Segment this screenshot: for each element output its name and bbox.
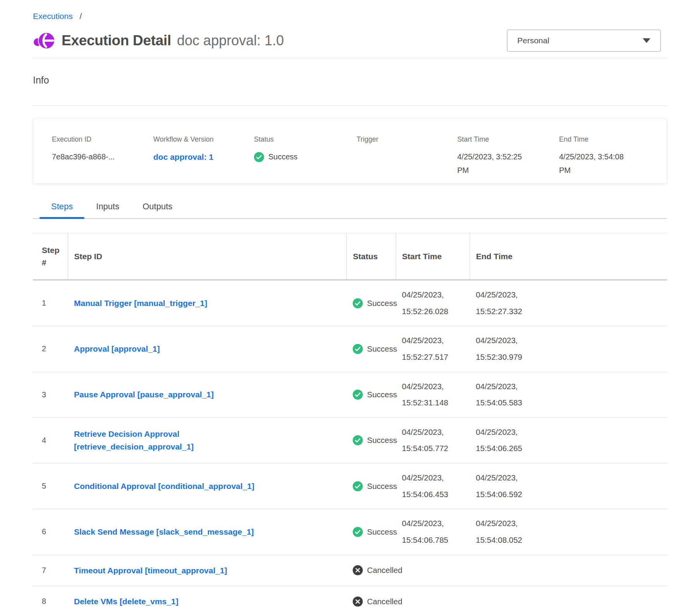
info-field: End Time 4/25/2023, 3:54:08 PM bbox=[559, 135, 630, 183]
workspace-dropdown-value: Personal bbox=[517, 36, 549, 45]
start-date-text: 04/25/2023, bbox=[402, 378, 466, 395]
start-time-text: 15:54:06.453 bbox=[402, 486, 466, 503]
check-circle-icon bbox=[353, 481, 363, 491]
step-id-cell: Conditional Approval [conditional_approv… bbox=[68, 463, 347, 509]
info-field-label: Trigger bbox=[357, 135, 457, 144]
start-time-cell bbox=[396, 586, 470, 612]
status-cell: Success bbox=[347, 509, 396, 555]
start-time-text: 15:54:05.772 bbox=[402, 440, 466, 457]
step-id-cell: Manual Trigger [manual_trigger_1] bbox=[68, 280, 347, 326]
step-id-cell: Timeout Approval [timeout_approval_1] bbox=[68, 555, 347, 586]
end-time-text: 15:54:06.592 bbox=[476, 486, 663, 503]
step-id-cell: Delete VMs [delete_vms_1] bbox=[68, 586, 347, 612]
status-text: Cancelled bbox=[367, 566, 402, 575]
step-id-cell: Slack Send Message [slack_send_message_1… bbox=[68, 509, 347, 555]
start-time-cell: 04/25/2023, 15:52:26.028 bbox=[396, 280, 470, 326]
execution-detail-page: Executions / Execution Detail doc approv… bbox=[33, 0, 667, 612]
info-field-value: Success bbox=[254, 150, 324, 164]
end-date-text: 04/25/2023, bbox=[476, 424, 663, 441]
status-text: Success bbox=[268, 150, 298, 164]
step-table-row: 2 Approval [approval_1] Success 04/25/20… bbox=[33, 326, 667, 372]
check-circle-icon bbox=[353, 527, 363, 537]
status-cell: Success bbox=[347, 463, 396, 509]
workflow-version-link[interactable]: doc approval: 1 bbox=[153, 152, 213, 161]
info-field-value: 4/25/2023, 3:54:08 PM bbox=[559, 150, 630, 177]
workspace-dropdown[interactable]: Personal bbox=[507, 29, 661, 52]
start-time-text: 15:54:06.785 bbox=[402, 532, 466, 549]
start-date-text: 04/25/2023, bbox=[402, 287, 466, 303]
step-table-row: 1 Manual Trigger [manual_trigger_1] Succ… bbox=[33, 280, 667, 326]
step-table-row: 3 Pause Approval [pause_approval_1] Succ… bbox=[33, 372, 667, 417]
step-id-link[interactable]: Manual Trigger [manual_trigger_1] bbox=[74, 297, 207, 310]
step-id-link[interactable]: Slack Send Message [slack_send_message_1… bbox=[74, 525, 254, 538]
page-subtitle: doc approval: 1.0 bbox=[177, 32, 284, 49]
column-header-status: Status bbox=[347, 233, 396, 280]
step-id-link[interactable]: Delete VMs [delete_vms_1] bbox=[74, 595, 178, 608]
end-time-text: 15:54:08.052 bbox=[476, 532, 663, 549]
column-header-step: Step # bbox=[33, 233, 68, 280]
divider bbox=[33, 58, 667, 58]
start-date-text: 04/25/2023, bbox=[402, 470, 466, 486]
status-cell: Success bbox=[347, 417, 396, 463]
step-number-cell: 4 bbox=[33, 417, 68, 463]
start-time-text: 15:52:26.028 bbox=[402, 303, 466, 320]
info-field: Start Time 4/25/2023, 3:52:25 PM bbox=[457, 135, 559, 183]
status-cell: Cancelled bbox=[347, 555, 396, 586]
step-id-link[interactable]: Approval [approval_1] bbox=[74, 342, 160, 356]
end-date-text: 04/25/2023, bbox=[476, 287, 663, 303]
breadcrumb-separator: / bbox=[80, 12, 82, 21]
info-field: Trigger bbox=[357, 135, 457, 183]
status-text: Success bbox=[367, 390, 397, 399]
step-number-cell: 3 bbox=[33, 372, 68, 417]
tab-inputs[interactable]: Inputs bbox=[84, 202, 131, 218]
title-row: Execution Detail doc approval: 1.0 Perso… bbox=[33, 29, 667, 53]
tab-steps[interactable]: Steps bbox=[39, 202, 84, 218]
divider bbox=[33, 105, 667, 106]
step-table-row: 6 Slack Send Message [slack_send_message… bbox=[33, 509, 667, 555]
status-text: Success bbox=[367, 527, 397, 537]
step-id-link[interactable]: Conditional Approval [conditional_approv… bbox=[74, 480, 254, 493]
check-circle-icon bbox=[353, 435, 363, 445]
status-cell: Success bbox=[347, 326, 396, 372]
start-time-text: 15:52:27.517 bbox=[402, 349, 466, 366]
info-field: Execution ID 7e8ac396-a868-... bbox=[52, 135, 153, 183]
step-id-link[interactable]: Retrieve Decision Approval [retrieve_dec… bbox=[74, 427, 275, 453]
end-date-text: 04/25/2023, bbox=[476, 515, 663, 532]
status-text: Cancelled bbox=[367, 597, 402, 606]
end-time-cell: 04/25/2023, 15:54:06.592 bbox=[470, 463, 667, 509]
start-time-cell: 04/25/2023, 15:52:31.148 bbox=[396, 372, 470, 417]
step-table-row: 8 Delete VMs [delete_vms_1] Cancelled bbox=[33, 586, 667, 612]
end-time-cell: 04/25/2023, 15:54:08.052 bbox=[470, 509, 667, 555]
info-card: Execution ID 7e8ac396-a868-... Workflow … bbox=[33, 118, 667, 184]
start-time-cell bbox=[396, 555, 470, 586]
step-id-cell: Approval [approval_1] bbox=[68, 326, 347, 372]
tab-outputs[interactable]: Outputs bbox=[131, 202, 184, 218]
start-time-cell: 04/25/2023, 15:54:06.453 bbox=[396, 463, 470, 509]
step-number-cell: 7 bbox=[33, 555, 68, 586]
chevron-down-icon bbox=[643, 38, 650, 43]
end-time-cell: 04/25/2023, 15:54:05.583 bbox=[470, 372, 667, 417]
step-number-cell: 1 bbox=[33, 280, 68, 326]
status-cell: Cancelled bbox=[347, 586, 396, 612]
step-id-link[interactable]: Pause Approval [pause_approval_1] bbox=[74, 388, 214, 401]
status-cell: Success bbox=[347, 372, 396, 417]
info-section-title: Info bbox=[33, 75, 667, 86]
status-cell: Success bbox=[347, 280, 396, 326]
step-id-link[interactable]: Timeout Approval [timeout_approval_1] bbox=[74, 564, 227, 577]
x-circle-icon bbox=[353, 597, 363, 607]
breadcrumb-executions-link[interactable]: Executions bbox=[33, 12, 73, 21]
check-circle-icon bbox=[353, 298, 363, 308]
info-field-label: Execution ID bbox=[52, 135, 153, 144]
breadcrumb: Executions / bbox=[33, 0, 667, 21]
column-header-start-time: Start Time bbox=[396, 233, 470, 280]
info-field-label: Start Time bbox=[457, 135, 559, 144]
end-time-cell bbox=[470, 586, 667, 612]
end-date-text: 04/25/2023, bbox=[476, 470, 663, 486]
workflow-icon bbox=[33, 31, 55, 50]
info-field-value: 4/25/2023, 3:52:25 PM bbox=[457, 150, 528, 177]
column-header-step-id: Step ID bbox=[68, 233, 347, 280]
info-field-label: End Time bbox=[559, 135, 630, 144]
end-time-text: 15:54:06.265 bbox=[476, 440, 663, 457]
status-text: Success bbox=[367, 436, 397, 445]
start-time-text: 15:52:31.148 bbox=[402, 395, 466, 411]
